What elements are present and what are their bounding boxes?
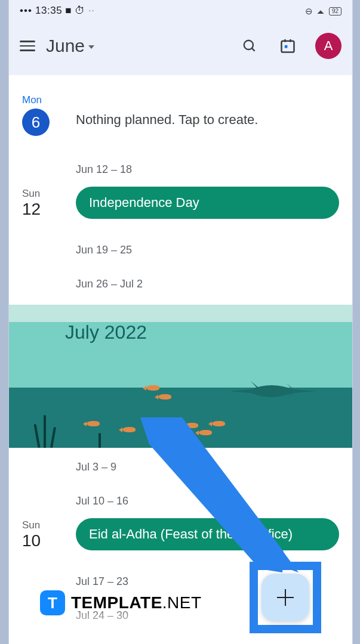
range-label: Jun 19 – 25: [76, 233, 339, 267]
calendar-today-icon: [279, 38, 296, 54]
watermark-badge: T: [40, 590, 65, 615]
create-event-fab[interactable]: [261, 574, 309, 621]
today-row[interactable]: Mon 6 Nothing planned. Tap to create.: [9, 94, 352, 136]
svg-point-0: [244, 41, 253, 49]
status-bar: ••• 13:35 ■ ⏱ ·· ⊖ ⏶ 92: [9, 0, 352, 17]
week-range: Jul 3 – 9: [9, 450, 352, 484]
empty-state-text[interactable]: Nothing planned. Tap to create.: [76, 94, 339, 128]
svg-rect-4: [290, 39, 291, 42]
account-avatar[interactable]: A: [315, 33, 341, 59]
month-picker[interactable]: June: [46, 36, 94, 56]
range-label: Jul 10 – 16: [76, 484, 339, 518]
schedule-list[interactable]: Mon 6 Nothing planned. Tap to create. Ju…: [9, 94, 352, 633]
month-label: June: [46, 36, 85, 56]
week-range: Jul 10 – 16: [9, 484, 352, 518]
avatar-initial: A: [324, 38, 333, 54]
status-icons: ⊖ ⏶ 92: [305, 6, 341, 17]
menu-icon[interactable]: [20, 38, 35, 54]
week-range: Jun 26 – Jul 2: [9, 267, 352, 301]
today-button[interactable]: [277, 35, 299, 57]
fab-highlight-box: [250, 562, 321, 633]
month-hero-title: July 2022: [65, 321, 147, 343]
phone-frame: ••• 13:35 ■ ⏱ ·· ⊖ ⏶ 92 June: [8, 0, 353, 644]
range-label: Jun 12 – 18: [76, 153, 339, 187]
svg-rect-5: [285, 45, 288, 48]
battery-icon: 92: [329, 7, 341, 16]
event-row[interactable]: Sun 12 Independence Day: [9, 187, 352, 219]
status-time: ••• 13:35 ■ ⏱ ··: [20, 5, 95, 17]
chevron-down-icon: [88, 45, 94, 49]
month-hero: July 2022: [9, 305, 352, 448]
search-button[interactable]: [239, 35, 260, 57]
search-icon: [242, 38, 257, 54]
watermark: T TEMPLATE.NET: [40, 590, 202, 615]
svg-rect-2: [282, 41, 294, 52]
today-dow: Mon: [22, 94, 76, 106]
watermark-text: TEMPLATE.NET: [71, 593, 202, 612]
event-pill[interactable]: Independence Day: [76, 187, 339, 219]
dnd-icon: ⊖: [305, 6, 313, 17]
app-header: June A: [9, 17, 352, 75]
svg-rect-3: [284, 39, 286, 42]
swordfish-icon: [227, 376, 316, 406]
today-date-circle: 6: [22, 109, 50, 136]
signal-icon: ⏶: [316, 7, 325, 17]
event-date: Sun 12: [9, 188, 76, 218]
range-label: Jun 26 – Jul 2: [76, 267, 339, 301]
event-date: Sun 10: [9, 519, 76, 549]
today-date: Mon 6: [9, 94, 76, 136]
week-range: Jun 12 – 18: [9, 153, 352, 187]
event-row[interactable]: Sun 10 Eid al-Adha (Feast of the Sacrifi…: [9, 518, 352, 550]
week-range: Jun 19 – 25: [9, 233, 352, 267]
svg-line-1: [252, 48, 255, 51]
event-pill[interactable]: Eid al-Adha (Feast of the Sacrifice): [76, 518, 339, 550]
range-label: Jul 3 – 9: [76, 450, 339, 484]
